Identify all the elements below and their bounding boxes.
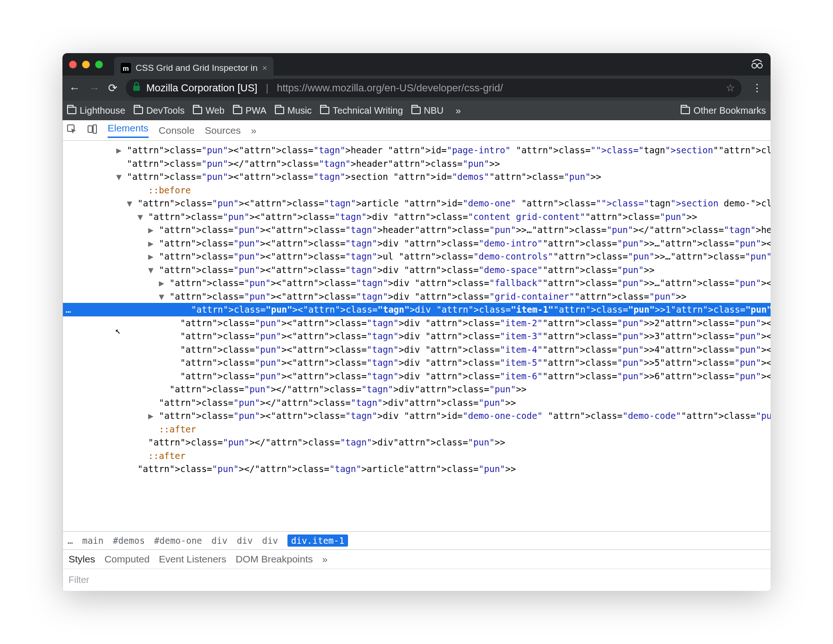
close-window-icon[interactable] bbox=[69, 61, 77, 69]
dom-node[interactable]: ▼ "attrn">class="pun"><"attrn">class="ta… bbox=[63, 170, 771, 184]
bookmark-label: Lighthouse bbox=[80, 105, 125, 116]
dom-node[interactable]: ▼ "attrn">class="pun"><"attrn">class="ta… bbox=[63, 210, 771, 224]
reload-button[interactable]: ⟳ bbox=[108, 82, 117, 95]
dom-node[interactable]: ::after bbox=[63, 449, 771, 463]
dom-node[interactable]: "attrn">class="pun"><"attrn">class="tagn… bbox=[63, 316, 771, 330]
styles-tab-styles[interactable]: Styles bbox=[68, 554, 95, 565]
minimize-window-icon[interactable] bbox=[82, 61, 90, 69]
dom-node[interactable]: "attrn">class="pun"></"attrn">class="tag… bbox=[63, 383, 771, 396]
incognito-icon bbox=[750, 57, 764, 71]
folder-icon bbox=[275, 107, 284, 114]
svg-rect-2 bbox=[133, 86, 140, 91]
dom-node[interactable]: "attrn">class="pun"></"attrn">class="tag… bbox=[63, 396, 771, 410]
bookmark-label: Music bbox=[287, 105, 312, 116]
bookmark-label: PWA bbox=[246, 105, 266, 116]
browser-menu-button[interactable]: ⋮ bbox=[750, 82, 764, 94]
bookmark-item[interactable]: Technical Writing bbox=[320, 105, 403, 116]
dom-node[interactable]: ▼ "attrn">class="pun"><"attrn">class="ta… bbox=[63, 263, 771, 277]
folder-icon bbox=[233, 107, 242, 114]
forward-button[interactable]: → bbox=[89, 82, 100, 95]
folder-icon bbox=[681, 107, 690, 114]
dom-node[interactable]: "attrn">class="pun"></"attrn">class="tag… bbox=[63, 462, 771, 476]
bookmark-star-icon[interactable]: ☆ bbox=[726, 82, 735, 94]
dom-node[interactable]: ▶ "attrn">class="pun"><"attrn">class="ta… bbox=[63, 144, 771, 157]
window-controls bbox=[69, 61, 103, 69]
mouse-cursor-icon: ↖ bbox=[115, 323, 121, 337]
bookmark-item[interactable]: Web bbox=[193, 105, 225, 116]
tab-favicon-icon: m bbox=[121, 63, 131, 73]
bookmark-label: Technical Writing bbox=[333, 105, 403, 116]
dom-tree[interactable]: ↖ ▶ "attrn">class="pun"><"attrn">class="… bbox=[63, 141, 771, 531]
svg-rect-8 bbox=[88, 126, 92, 132]
bookmarks-bar: LighthouseDevToolsWebPWAMusicTechnical W… bbox=[62, 101, 771, 120]
devtools-panel: Elements Console Sources » ⋮ ✕ ↖ ▶ "attr… bbox=[62, 120, 771, 591]
toolbar: ← → ⟳ Mozilla Corporation [US] | https:/… bbox=[62, 75, 771, 101]
breadcrumb-item[interactable]: div.item-1 bbox=[287, 534, 348, 547]
dom-node[interactable]: "attrn">class="pun"></"attrn">class="tag… bbox=[63, 436, 771, 449]
bookmark-item[interactable]: Lighthouse bbox=[67, 105, 125, 116]
tab-sources[interactable]: Sources bbox=[205, 125, 241, 136]
content-area: Fixed orFlexible div.item-1 |60×63 1 2 3… bbox=[62, 120, 771, 591]
svg-rect-9 bbox=[93, 125, 96, 133]
secure-host-label: Mozilla Corporation [US] bbox=[146, 82, 257, 94]
dom-node[interactable]: "attrn">class="pun"><"attrn">class="tagn… bbox=[63, 329, 771, 343]
bookmark-label: Web bbox=[205, 105, 225, 116]
dom-node[interactable]: ▼ "attrn">class="pun"><"attrn">class="ta… bbox=[63, 197, 771, 210]
bookmark-label: Other Bookmarks bbox=[693, 105, 766, 116]
svg-point-1 bbox=[758, 63, 762, 68]
bookmark-item[interactable]: NBU bbox=[411, 105, 444, 116]
tab-elements[interactable]: Elements bbox=[108, 123, 149, 138]
lock-icon bbox=[132, 82, 141, 94]
dom-node[interactable]: ▶ "attrn">class="pun"><"attrn">class="ta… bbox=[63, 409, 771, 423]
dom-node[interactable]: ::before bbox=[63, 184, 771, 197]
folder-icon bbox=[193, 107, 202, 114]
breadcrumb-item[interactable]: … bbox=[68, 535, 73, 546]
styles-filter-input[interactable]: Filter bbox=[68, 575, 771, 585]
bookmark-item[interactable]: Music bbox=[275, 105, 312, 116]
inspect-element-icon[interactable] bbox=[67, 124, 77, 137]
folder-icon bbox=[67, 107, 76, 114]
omnibox-separator: | bbox=[263, 82, 271, 94]
url-label: https://www.mozilla.org/en-US/developer/… bbox=[277, 82, 503, 94]
tab-close-icon[interactable]: × bbox=[262, 63, 267, 73]
dom-node[interactable]: ▶ "attrn">class="pun"><"attrn">class="ta… bbox=[63, 223, 771, 237]
back-button[interactable]: ← bbox=[69, 82, 80, 95]
maximize-window-icon[interactable] bbox=[95, 61, 103, 69]
breadcrumb-bar: …main#demos#demo-onedivdivdivdiv.item-1 bbox=[63, 531, 771, 549]
bookmark-item[interactable]: DevTools bbox=[134, 105, 184, 116]
bookmarks-overflow-icon[interactable]: » bbox=[452, 105, 464, 116]
folder-icon bbox=[320, 107, 329, 114]
dom-node[interactable]: ::after bbox=[63, 423, 771, 436]
styles-tabs-overflow-icon[interactable]: » bbox=[322, 554, 328, 565]
browser-tab[interactable]: m CSS Grid and Grid Inspector in × bbox=[114, 57, 273, 79]
titlebar: m CSS Grid and Grid Inspector in × bbox=[62, 53, 771, 75]
breadcrumb-item[interactable]: #demos bbox=[113, 535, 145, 546]
breadcrumb-item[interactable]: #demo-one bbox=[154, 535, 202, 546]
dom-node[interactable]: ▶ "attrn">class="pun"><"attrn">class="ta… bbox=[63, 237, 771, 250]
dom-node[interactable]: "attrn">class="pun"><"attrn">class="tagn… bbox=[63, 370, 771, 383]
breadcrumb-item[interactable]: div bbox=[237, 535, 253, 546]
device-toolbar-icon[interactable] bbox=[87, 124, 97, 137]
tab-title: CSS Grid and Grid Inspector in bbox=[136, 63, 258, 73]
bookmark-label: NBU bbox=[424, 105, 444, 116]
breadcrumb-item[interactable]: div bbox=[262, 535, 278, 546]
address-bar[interactable]: Mozilla Corporation [US] | https://www.m… bbox=[126, 79, 742, 97]
dom-node[interactable]: "attrn">class="pun"><"attrn">class="tagn… bbox=[63, 343, 771, 356]
bookmark-item[interactable]: PWA bbox=[233, 105, 266, 116]
tabs-overflow-icon[interactable]: » bbox=[251, 125, 257, 136]
breadcrumb-item[interactable]: main bbox=[82, 535, 103, 546]
styles-tab-listeners[interactable]: Event Listeners bbox=[159, 554, 226, 565]
breadcrumb-item[interactable]: div bbox=[212, 535, 227, 546]
dom-node[interactable]: ▶ "attrn">class="pun"><"attrn">class="ta… bbox=[63, 276, 771, 290]
dom-node[interactable]: "attrn">class="pun"></"attrn">class="tag… bbox=[63, 157, 771, 171]
dom-node[interactable]: "attrn">class="pun"><"attrn">class="tagn… bbox=[63, 356, 771, 370]
styles-tab-computed[interactable]: Computed bbox=[104, 554, 150, 565]
devtools-tabs: Elements Console Sources » ⋮ ✕ bbox=[63, 120, 771, 141]
dom-node[interactable]: ▼ "attrn">class="pun"><"attrn">class="ta… bbox=[63, 290, 771, 303]
dom-node-selected[interactable]: … "attrn">class="pun"><"attrn">class="ta… bbox=[63, 303, 771, 316]
styles-tab-dombreak[interactable]: DOM Breakpoints bbox=[236, 554, 313, 565]
browser-window: m CSS Grid and Grid Inspector in × ← → ⟳… bbox=[62, 53, 771, 591]
tab-console[interactable]: Console bbox=[159, 125, 195, 136]
other-bookmarks[interactable]: Other Bookmarks bbox=[681, 105, 766, 116]
dom-node[interactable]: ▶ "attrn">class="pun"><"attrn">class="ta… bbox=[63, 250, 771, 263]
